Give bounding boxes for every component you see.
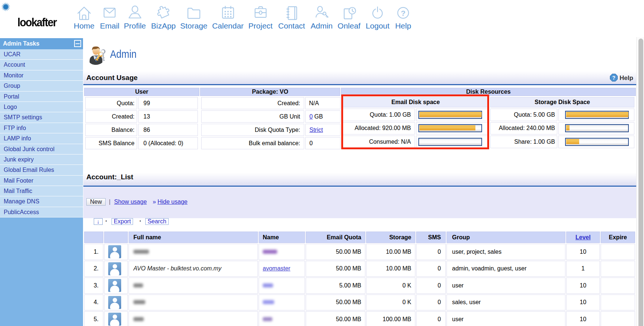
svg-text:?: ? bbox=[612, 75, 615, 81]
svg-text:?: ? bbox=[401, 9, 406, 17]
